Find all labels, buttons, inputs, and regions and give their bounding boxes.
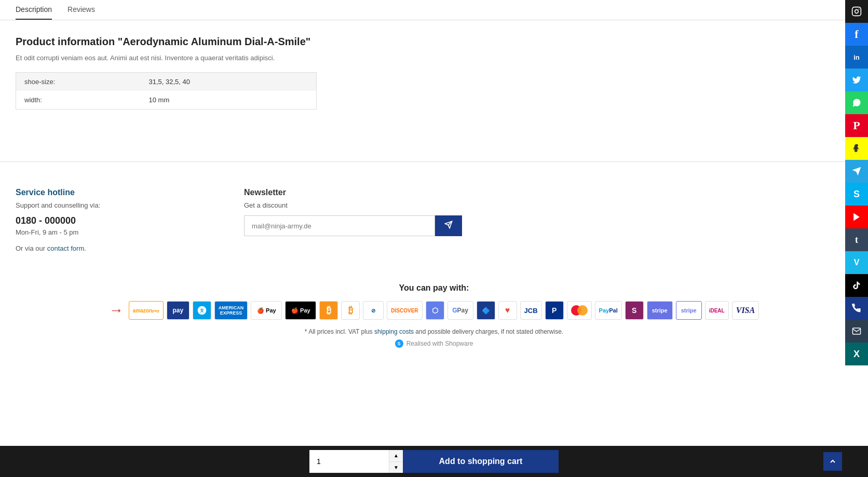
hotline-subtitle: Support and counselling via: <box>16 201 213 209</box>
payment-bitcoin: ₿ <box>341 301 360 320</box>
svg-marker-3 <box>853 213 860 221</box>
vat-notice: * All prices incl. VAT plus shipping cos… <box>16 328 852 335</box>
payment-icons-row: → amazonpay pay 支 AMERICANEXPRESS 🍎 Pay … <box>16 301 852 320</box>
payment-bitcoin-b: ₿ <box>319 301 338 320</box>
payment-stripe2: stripe <box>676 301 702 320</box>
payment-applepay1: 🍎 Pay <box>251 301 282 320</box>
hotline-hours: Mon-Fri, 9 am - 5 pm <box>16 228 213 236</box>
prop-value-shoesize: 31,5, 32,5, 40 <box>141 73 317 91</box>
payment-jcb: JCB <box>520 301 542 320</box>
social-tiktok[interactable] <box>845 274 868 297</box>
social-instagram[interactable] <box>845 0 868 23</box>
prop-value-width: 10 mm <box>141 91 317 110</box>
social-linkedin[interactable]: in <box>845 46 868 69</box>
tab-reviews[interactable]: Reviews <box>67 0 95 20</box>
contact-link[interactable]: contact form. <box>47 244 86 252</box>
prop-name-shoesize: shoe-size: <box>16 73 141 91</box>
payment-amex: AMERICANEXPRESS <box>214 301 248 320</box>
social-whatsapp[interactable] <box>845 91 868 114</box>
section-divider <box>0 161 868 162</box>
social-xing[interactable]: X <box>845 343 868 365</box>
social-twitter[interactable] <box>845 69 868 91</box>
payment-ethereum: ⬡ <box>426 301 444 320</box>
social-vimeo[interactable]: V <box>845 251 868 274</box>
product-tabs: Description Reviews <box>0 0 868 20</box>
payment-paypal-p: P <box>545 301 564 320</box>
social-telegram[interactable] <box>845 160 868 183</box>
payment-amazon-pay: amazonpay <box>129 301 164 320</box>
payment-mastercard <box>567 301 592 320</box>
arrow-indicator: → <box>109 302 124 319</box>
properties-table: shoe-size: 31,5, 32,5, 40 width: 10 mm <box>16 72 317 110</box>
newsletter-input[interactable] <box>244 215 435 236</box>
product-title: Product information "Aerodynamic Aluminu… <box>16 36 711 48</box>
shopware-icon: S <box>395 339 403 348</box>
newsletter-title: Newsletter <box>244 188 462 197</box>
payment-ideal: iDEAL <box>705 301 729 320</box>
payment-skrill: S <box>625 301 644 320</box>
payment-hearts: ♥ <box>498 301 517 320</box>
payment-diners: ⊘ <box>363 301 384 320</box>
prop-name-width: width: <box>16 91 141 110</box>
hotline-title: Service hotline <box>16 188 213 197</box>
svg-text:支: 支 <box>199 308 205 313</box>
social-snapchat[interactable] <box>845 137 868 160</box>
payment-applepay2: 🍎 Pay <box>285 301 316 320</box>
social-skype[interactable]: S <box>845 183 868 206</box>
payment-pay: pay <box>167 301 189 320</box>
svg-point-2 <box>859 9 860 10</box>
shopware-notice: S Realised with Shopware <box>16 339 852 348</box>
payment-stripe1: stripe <box>647 301 673 320</box>
service-hotline-section: Service hotline Support and counselling … <box>16 188 213 252</box>
main-content: Product information "Aerodynamic Aluminu… <box>0 31 727 146</box>
svg-point-1 <box>855 10 859 13</box>
social-youtube[interactable] <box>845 206 868 228</box>
table-row: width: 10 mm <box>16 91 317 110</box>
payment-gpay: G Pay <box>447 301 473 320</box>
social-facebook[interactable]: f <box>845 23 868 46</box>
newsletter-submit-button[interactable] <box>435 215 462 236</box>
social-pinterest[interactable]: P <box>845 114 868 137</box>
payment-paypal: PayPal <box>595 301 622 320</box>
svg-rect-0 <box>852 7 861 16</box>
payment-section: You can pay with: → amazonpay pay 支 AMER… <box>0 273 868 384</box>
hotline-phone: 0180 - 000000 <box>16 215 213 226</box>
footer-info: Service hotline Support and counselling … <box>0 178 868 273</box>
payment-title: You can pay with: <box>16 283 852 293</box>
social-phone[interactable] <box>845 297 868 320</box>
product-description: Et odit corrupti veniam eos aut. Animi a… <box>16 54 711 62</box>
newsletter-section: Newsletter Get a discount <box>244 188 462 252</box>
hotline-contact: Or via our contact form. <box>16 244 213 252</box>
newsletter-subtitle: Get a discount <box>244 201 462 209</box>
payment-wallet: 🔷 <box>477 301 495 320</box>
payment-alipay: 支 <box>193 301 211 320</box>
social-mail[interactable] <box>845 320 868 343</box>
social-sidebar: f in P S t V X <box>845 0 868 365</box>
payment-discover: DISCOVER <box>387 301 422 320</box>
social-tumblr[interactable]: t <box>845 228 868 251</box>
tab-description[interactable]: Description <box>16 0 52 20</box>
newsletter-form <box>244 215 462 236</box>
shipping-costs-link[interactable]: shipping costs <box>374 328 414 335</box>
payment-visa: VISA <box>732 301 759 320</box>
table-row: shoe-size: 31,5, 32,5, 40 <box>16 73 317 91</box>
